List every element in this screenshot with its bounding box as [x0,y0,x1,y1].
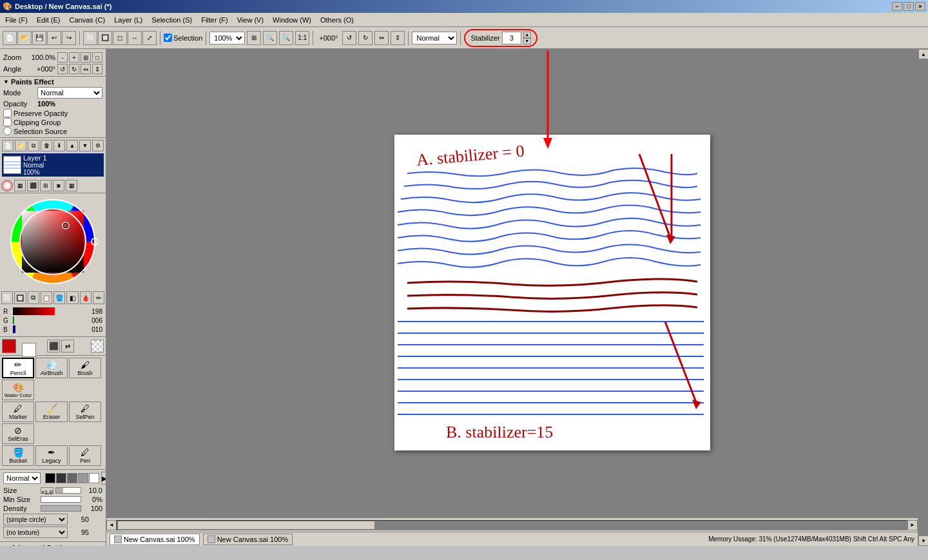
menu-layer[interactable]: Layer (L) [110,15,146,25]
minimize-button[interactable]: − [892,2,902,11]
select-btn[interactable]: ⬜ [83,31,97,45]
texture-type-select[interactable]: (no texture) [3,526,68,538]
paste-icon[interactable]: 📋 [41,291,52,304]
eraser-tool-btn[interactable]: 🧹 Eraser [35,401,68,422]
selection-rect-tool[interactable]: ⬜ [1,291,13,304]
new-canvas-btn[interactable]: 📄 [3,31,17,45]
merge-layer-btn[interactable]: ⬇ [53,140,65,151]
selpen-tool-btn[interactable]: 🖋 SelPen [69,401,101,422]
menu-filter[interactable]: Filter (F) [197,15,232,25]
transform-btn[interactable]: ⤢ [142,31,157,45]
mode-select[interactable]: Normal [37,87,102,99]
delete-layer-btn[interactable]: 🗑 [41,140,52,151]
size-slider-track[interactable] [55,487,81,494]
b-slider[interactable] [13,325,82,333]
brush-tool-btn[interactable]: 🖌 Brush [69,358,101,378]
move-btn[interactable]: ↔ [128,31,142,45]
paints-effect-expand[interactable]: ▼ [3,79,9,85]
flip-v-small[interactable]: ⇕ [92,64,102,74]
color-wheel-btn[interactable] [1,180,13,191]
zoom-fit-left[interactable]: ⊞ [81,52,91,63]
fg-color-swatch[interactable] [2,339,16,353]
fit-btn[interactable]: ⊞ [247,31,261,45]
r-slider[interactable] [13,307,82,315]
maximize-button[interactable]: □ [904,2,914,11]
watercolor-tool-btn[interactable]: 🎨 Water Color [2,380,34,400]
circle-type-select[interactable]: (simple circle) [3,514,68,525]
clipping-group-checkbox[interactable] [3,118,12,126]
zoom-1to1[interactable]: □ [92,52,102,63]
undo-btn[interactable]: ↩ [47,31,61,45]
pencil-small-icon[interactable]: ✏ [93,291,104,304]
seleras-tool-btn[interactable]: ⊘ SelEras [2,423,34,444]
selection-source-radio[interactable] [3,127,12,135]
color-grab-btn[interactable]: ◙ [53,180,64,191]
layer-settings-btn[interactable]: ⚙ [92,140,104,151]
preserve-opacity-checkbox[interactable] [3,109,12,117]
scroll-up-btn[interactable]: ▲ [918,49,928,59]
bg-color-swatch[interactable] [22,343,36,357]
rotate-right-btn[interactable]: ↻ [358,31,372,45]
redo-btn[interactable]: ↪ [62,31,76,45]
advanced-expand-icon[interactable]: ▼ [3,545,9,546]
swap-colors-icon[interactable]: ⇄ [61,340,74,352]
copy-icon[interactable]: ⧉ [28,291,39,304]
scroll-left-btn[interactable]: ◄ [106,520,117,530]
scroll-right-btn[interactable]: ► [907,520,918,530]
tab-canvas-2[interactable]: New Canvas.sai 100% [203,534,293,545]
new-layer-btn[interactable]: 📄 [2,140,14,151]
selection-lasso-tool[interactable]: 🔲 [14,291,26,304]
blend-mode-select[interactable]: Normal [412,32,457,44]
flip-h-btn[interactable]: ⇔ [374,31,389,45]
zoom-select[interactable]: 100% [209,32,245,44]
stabilizer-input[interactable] [502,32,521,44]
new-group-btn[interactable]: 📁 [15,140,26,151]
color-wheel-container[interactable] [8,197,98,287]
selection-checkbox[interactable] [164,34,172,42]
brush-mode-select[interactable]: Normal [3,472,41,484]
zoom-in-btn[interactable]: 🔍 [263,31,277,45]
color-grid-btn[interactable]: ▦ [66,180,77,191]
zoom100-btn[interactable]: 1:1 [295,31,309,45]
canvas-area[interactable]: A. stabilizer = 0 [106,49,918,517]
tab-canvas-1[interactable]: New Canvas.sai 100% [110,534,200,545]
menu-file[interactable]: File (F) [1,15,32,25]
layer-item[interactable]: Layer 1 Normal 100% [2,153,104,177]
pen-tool-btn[interactable]: 🖊 Pen [69,445,101,466]
stabilizer-up[interactable]: ▲ [523,32,531,38]
color-swatches-btn[interactable]: ⊞ [40,180,52,191]
bucket-tool-btn[interactable]: 🪣 Bucket [2,445,34,466]
close-button[interactable]: × [915,2,925,11]
layer-up-btn[interactable]: ▲ [66,140,78,151]
rotate-left-btn[interactable]: ↺ [342,31,356,45]
airbrush-tool-btn[interactable]: 💨 AirBrush [35,358,68,378]
reset-colors-icon[interactable]: ⬛ [47,340,60,352]
flip-h-small[interactable]: ⇔ [81,64,91,74]
angle-plus[interactable]: ↻ [69,64,79,74]
scroll-down-btn[interactable]: ▼ [918,536,928,546]
g-slider[interactable] [13,316,82,324]
save-btn[interactable]: 💾 [32,31,46,45]
menu-edit[interactable]: Edit (E) [33,15,64,25]
grey-btn[interactable] [67,473,77,483]
marker-tool-btn[interactable]: 🖊 Marker [2,401,34,422]
flip-v-btn[interactable]: ⇕ [391,31,405,45]
zoom-out-btn[interactable]: 🔍 [279,31,293,45]
menu-window[interactable]: Window (W) [269,15,315,25]
color-slider-btn[interactable]: ▦ [14,180,26,191]
canvas-content[interactable]: A. stabilizer = 0 [394,135,710,450]
scrollbar-thumb[interactable] [117,521,375,530]
min-size-slider[interactable] [41,496,81,503]
eyedropper-icon[interactable]: 🩸 [80,291,92,304]
white-btn[interactable] [89,473,99,483]
black-color-btn[interactable] [45,473,55,483]
light-grey-btn[interactable] [78,473,88,483]
menu-others[interactable]: Others (O) [316,15,358,25]
open-btn[interactable]: 📂 [17,31,32,45]
lasso-btn[interactable]: 🔲 [98,31,112,45]
fill-icon[interactable]: 🪣 [53,291,65,304]
brush-expand-btn[interactable]: ▶ [101,472,106,485]
pencil-tool-btn[interactable]: ✏ Pencil [2,358,34,378]
color-palette-btn[interactable]: ⬛ [27,180,39,191]
scrollbar-track[interactable] [117,520,907,530]
